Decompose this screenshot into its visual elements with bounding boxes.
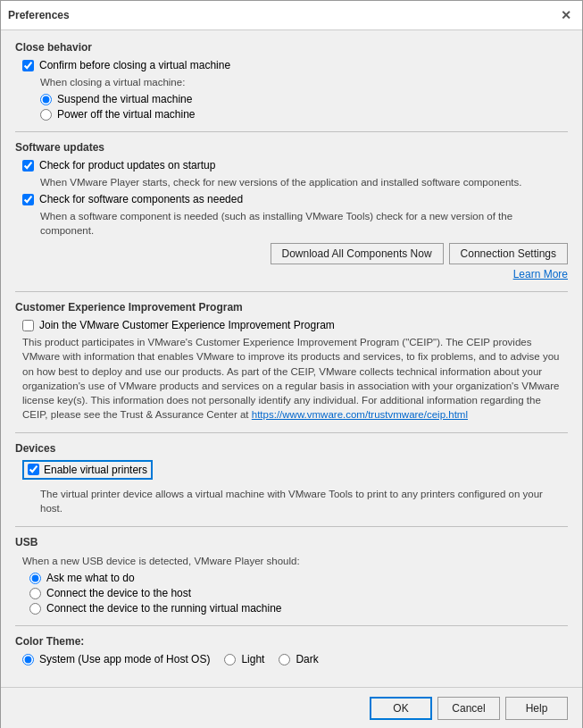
ask-radio-row: Ask me what to do (29, 572, 568, 584)
color-theme-section: Color Theme: System (Use app mode of Hos… (15, 635, 568, 665)
light-theme-row: Light (224, 653, 264, 665)
check-components-row: Check for software components as needed (22, 193, 568, 205)
check-components-info: When a software component is needed (suc… (40, 209, 568, 238)
download-all-button[interactable]: Download All Components Now (271, 243, 444, 264)
preferences-content: Close behavior Confirm before closing a … (1, 30, 582, 687)
software-updates-body: Check for product updates on startup Whe… (15, 159, 568, 280)
ceip-title: Customer Experience Improvement Program (15, 301, 568, 314)
confirm-close-row: Confirm before closing a virtual machine (22, 59, 568, 71)
close-behavior-section: Close behavior Confirm before closing a … (15, 41, 568, 121)
join-ceip-row: Join the VMware Customer Experience Impr… (22, 319, 568, 331)
dark-theme-label: Dark (296, 653, 318, 665)
dark-theme-row: Dark (279, 653, 318, 665)
help-button[interactable]: Help (505, 697, 568, 720)
enable-printers-label: Enable virtual printers (44, 464, 147, 476)
usb-body: When a new USB device is detected, VMwar… (15, 554, 568, 615)
check-updates-label: Check for product updates on startup (39, 159, 215, 172)
dark-theme-radio[interactable] (279, 654, 290, 665)
footer-buttons: OK Cancel Help (1, 687, 582, 728)
check-components-label: Check for software components as needed (39, 193, 243, 205)
usb-section: USB When a new USB device is detected, V… (15, 536, 568, 615)
usb-radio-group: Ask me what to do Connect the device to … (22, 572, 568, 615)
check-updates-checkbox[interactable] (22, 160, 34, 172)
enable-printers-box: Enable virtual printers (22, 460, 153, 480)
light-theme-radio[interactable] (224, 654, 236, 665)
learn-more-link[interactable]: Learn More (22, 268, 568, 280)
color-theme-row: System (Use app mode of Host OS) Light D… (22, 653, 568, 665)
join-ceip-label: Join the VMware Customer Experience Impr… (39, 319, 335, 331)
software-updates-section: Software updates Check for product updat… (15, 141, 568, 280)
system-theme-radio[interactable] (22, 654, 34, 665)
connect-vm-label: Connect the device to the running virtua… (46, 602, 282, 615)
suspend-radio-row: Suspend the virtual machine (22, 93, 568, 105)
confirm-close-label: Confirm before closing a virtual machine (39, 59, 230, 71)
software-updates-title: Software updates (15, 141, 568, 154)
enable-printers-checkbox[interactable] (28, 464, 39, 475)
color-theme-title: Color Theme: (15, 635, 568, 648)
ask-label: Ask me what to do (46, 572, 135, 584)
window-title: Preferences (8, 9, 70, 21)
software-buttons-row: Download All Components Now Connection S… (22, 243, 568, 264)
close-behavior-body: Confirm before closing a virtual machine… (15, 59, 568, 121)
join-ceip-checkbox[interactable] (22, 320, 34, 331)
system-theme-row: System (Use app mode of Host OS) (22, 653, 210, 665)
ceip-desc-text: This product participates in VMware's Cu… (22, 337, 559, 419)
connection-settings-button[interactable]: Connection Settings (449, 243, 568, 264)
divider-2 (15, 291, 568, 292)
preferences-dialog: Preferences ✕ Close behavior Confirm bef… (0, 0, 583, 728)
ceip-link[interactable]: https://www.vmware.com/trustvmware/ceip.… (252, 409, 468, 420)
confirm-close-checkbox[interactable] (22, 60, 34, 71)
divider-4 (15, 526, 568, 527)
system-theme-label: System (Use app mode of Host OS) (39, 653, 210, 665)
when-closing-label: When closing a virtual machine: (40, 75, 568, 89)
suspend-label: Suspend the virtual machine (57, 93, 192, 105)
usb-title: USB (15, 536, 568, 548)
ok-button[interactable]: OK (370, 697, 432, 720)
devices-section: Devices Enable virtual printers The virt… (15, 442, 568, 515)
title-bar: Preferences ✕ (1, 1, 582, 30)
connect-vm-radio-row: Connect the device to the running virtua… (29, 602, 568, 615)
ceip-body: Join the VMware Customer Experience Impr… (15, 319, 568, 422)
ceip-section: Customer Experience Improvement Program … (15, 301, 568, 422)
connect-host-radio[interactable] (29, 588, 41, 599)
connect-vm-radio[interactable] (29, 603, 41, 615)
devices-title: Devices (15, 442, 568, 455)
close-button[interactable]: ✕ (557, 6, 575, 24)
ask-radio[interactable] (29, 573, 41, 584)
poweroff-radio[interactable] (40, 109, 52, 121)
divider-5 (15, 625, 568, 626)
ceip-description: This product participates in VMware's Cu… (22, 335, 568, 422)
poweroff-label: Power off the virtual machine (57, 108, 196, 121)
cancel-button[interactable]: Cancel (437, 697, 500, 720)
divider-1 (15, 131, 568, 132)
connect-host-label: Connect the device to the host (46, 587, 191, 599)
suspend-radio[interactable] (40, 94, 52, 105)
usb-description: When a new USB device is detected, VMwar… (22, 554, 568, 568)
printers-info: The virtual printer device allows a virt… (40, 487, 568, 515)
light-theme-label: Light (241, 653, 264, 665)
check-updates-info: When VMware Player starts, check for new… (40, 175, 568, 189)
check-components-checkbox[interactable] (22, 194, 34, 205)
divider-3 (15, 432, 568, 433)
connect-host-radio-row: Connect the device to the host (29, 587, 568, 599)
check-updates-row: Check for product updates on startup (22, 159, 568, 172)
poweroff-radio-row: Power off the virtual machine (22, 108, 568, 121)
color-theme-body: System (Use app mode of Host OS) Light D… (15, 653, 568, 665)
devices-body: Enable virtual printers The virtual prin… (15, 460, 568, 515)
close-behavior-title: Close behavior (15, 41, 568, 54)
